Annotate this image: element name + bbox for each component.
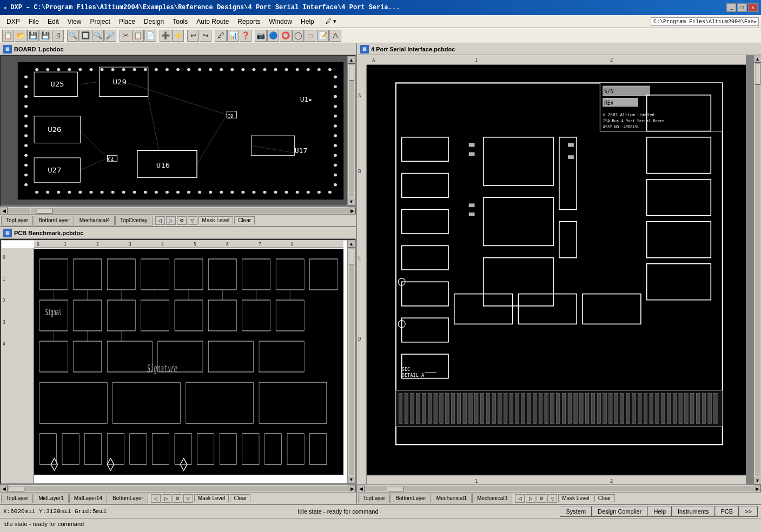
bench-midlayer1[interactable]: MidLayer1 — [34, 494, 69, 503]
menu-place[interactable]: Place — [115, 17, 140, 26]
toolbar-print[interactable]: 🖨 — [52, 30, 64, 42]
serial-tab[interactable]: ▤ 4 Port Serial Interface.pcbdoc — [357, 43, 761, 55]
right-vscroll-track[interactable] — [755, 63, 760, 476]
pcb-benchmark-tab[interactable]: ▤ PCB Benchmark.pcbdoc — [0, 227, 356, 239]
bench-toplayer[interactable]: TopLayer — [1, 494, 33, 503]
menu-autoroute[interactable]: Auto Route — [192, 17, 233, 26]
toolbar-chart[interactable]: 📊 — [227, 30, 239, 42]
board1-hscroll[interactable]: ◀ ▶ — [0, 207, 356, 214]
right-layer-filter[interactable]: ▽ — [547, 494, 557, 503]
menu-help[interactable]: Help — [296, 17, 319, 26]
right-vscroll-thumb[interactable] — [755, 63, 760, 85]
toolbar-save-all[interactable]: 💾 — [39, 30, 51, 42]
layer-topoverlay[interactable]: TopOverlay — [115, 216, 153, 225]
bench-layer-menu[interactable]: ⚙ — [173, 494, 182, 503]
right-vscroll-down[interactable]: ▼ — [754, 477, 762, 484]
hscroll-track[interactable] — [31, 208, 348, 214]
toolbar-pen[interactable]: 🖊 — [215, 30, 227, 42]
bench-hscroll-track[interactable] — [8, 486, 348, 491]
right-hscroll-track[interactable] — [388, 486, 753, 491]
layer-mech4[interactable]: Mechanical4 — [75, 216, 115, 225]
toolbar-copy[interactable]: 📋 — [132, 30, 144, 42]
layer-right-btn[interactable]: ▷ — [166, 216, 176, 225]
bench-bottomlayer[interactable]: BottomLayer — [108, 494, 148, 503]
board1-vscroll[interactable]: ▲ ▼ — [347, 56, 355, 205]
toolbar-zoom-out[interactable]: 🔎 — [104, 30, 116, 42]
toolbar-save[interactable]: 💾 — [27, 30, 39, 42]
minimize-button[interactable]: _ — [726, 3, 736, 12]
bench-layer-filter[interactable]: ▽ — [183, 494, 193, 503]
menu-design[interactable]: Design — [140, 17, 168, 26]
right-hscroll-right[interactable]: ▶ — [753, 485, 761, 493]
right-toplayer[interactable]: TopLayer — [358, 494, 390, 503]
right-bottomlayer[interactable]: BottomLayer — [391, 494, 431, 503]
maximize-button[interactable]: □ — [737, 3, 747, 12]
bench-hscroll-thumb[interactable] — [8, 486, 24, 491]
menu-view[interactable]: View — [63, 17, 86, 26]
right-mech3[interactable]: Mechanical3 — [472, 494, 512, 503]
bench-vscroll-up[interactable]: ▲ — [348, 240, 355, 248]
mask-level-btn-top[interactable]: Mask Level — [198, 216, 234, 224]
toolbar-move[interactable]: ⚡ — [172, 30, 184, 42]
toolbar-search[interactable]: 🔍 — [67, 30, 79, 42]
toolbar-undo[interactable]: ↩ — [187, 30, 199, 42]
hscroll-thumb[interactable] — [36, 208, 52, 214]
toolbar-font[interactable]: A — [329, 30, 341, 42]
instruments-btn[interactable]: Instruments — [672, 506, 714, 517]
hscroll-right[interactable]: ▶ — [348, 207, 356, 215]
menu-edit[interactable]: Edit — [43, 17, 63, 26]
toolbar-zoom-in[interactable]: 🔍 — [92, 30, 104, 42]
vscroll-up[interactable]: ▲ — [348, 56, 355, 64]
right-hscroll[interactable]: ◀ ▶ — [357, 484, 761, 492]
bench-hscroll[interactable]: ◀ ▶ — [0, 484, 356, 492]
toolbar-cross[interactable]: ➕ — [160, 30, 171, 42]
menu-dxp[interactable]: DXP — [2, 17, 24, 26]
bench-layer-right[interactable]: ▷ — [162, 494, 171, 503]
menu-reports[interactable]: Reports — [233, 17, 264, 26]
right-mech1[interactable]: Mechanical1 — [432, 494, 472, 503]
layer-filter-btn[interactable]: ▽ — [188, 216, 197, 225]
hscroll-left[interactable]: ◀ — [0, 207, 8, 215]
pcb-benchmark-canvas[interactable]: Signal Signature 0 1 2 3 — [0, 239, 356, 484]
close-button[interactable]: ✕ — [748, 3, 758, 12]
mask-level-btn-right[interactable]: Mask Level — [558, 494, 593, 502]
clear-btn-top[interactable]: Clear — [234, 216, 255, 224]
board1-tab[interactable]: ▤ BOARD 1.pcbdoc — [0, 43, 356, 55]
menu-file[interactable]: File — [24, 17, 43, 26]
bench-vscroll-track[interactable] — [349, 248, 354, 475]
toolbar-ring[interactable]: ◯ — [292, 30, 304, 42]
right-layer-left[interactable]: ◁ — [515, 494, 525, 503]
mask-level-btn-bench[interactable]: Mask Level — [194, 494, 229, 502]
clear-btn-bench[interactable]: Clear — [230, 494, 250, 502]
bench-vscroll[interactable]: ▲ ▼ — [347, 240, 355, 483]
layer-toplayer[interactable]: TopLayer — [1, 216, 33, 225]
toolbar-text-edit[interactable]: 📝 — [317, 30, 329, 42]
right-hscroll-left[interactable]: ◀ — [357, 485, 365, 493]
clear-btn-right[interactable]: Clear — [594, 494, 615, 502]
bench-vscroll-down[interactable]: ▼ — [348, 476, 355, 483]
right-vscroll[interactable]: ▲ ▼ — [753, 55, 761, 484]
more-btn[interactable]: >> — [739, 506, 758, 517]
layer-bottomlayer[interactable]: BottomLayer — [34, 216, 74, 225]
toolbar-circle[interactable]: 🔵 — [267, 30, 279, 42]
toolbar-cam[interactable]: 📷 — [255, 30, 267, 42]
toolbar-open[interactable]: 📂 — [15, 30, 27, 42]
board1-canvas[interactable]: U25 U29 U26 U27 U16 C4 C9 U1▸ U17 — [0, 55, 356, 207]
bench-hscroll-right[interactable]: ▶ — [348, 485, 356, 493]
pcb-right-canvas[interactable]: S/N REV © 2002 Altium Limited ISA Bus 4 … — [367, 65, 746, 475]
toolbar-zoom-fit[interactable]: 🔲 — [80, 30, 91, 42]
bench-midlayer14[interactable]: MidLayer14 — [69, 494, 107, 503]
layer-menu-btn[interactable]: ⚙ — [177, 216, 187, 225]
bench-hscroll-left[interactable]: ◀ — [0, 485, 8, 493]
help-btn[interactable]: Help — [647, 506, 672, 517]
vscroll-thumb[interactable] — [349, 64, 354, 81]
bench-vscroll-thumb[interactable] — [349, 248, 354, 264]
vscroll-track[interactable] — [349, 64, 354, 197]
vscroll-down[interactable]: ▼ — [348, 198, 355, 205]
toolbar-oval[interactable]: ⭕ — [280, 30, 292, 42]
right-hscroll-thumb[interactable] — [388, 486, 404, 491]
toolbar-cut[interactable]: ✂ — [120, 30, 131, 42]
layer-left-btn[interactable]: ◁ — [155, 216, 165, 225]
bench-layer-left[interactable]: ◁ — [151, 494, 161, 503]
design-compiler-btn[interactable]: Design Compiler — [592, 506, 647, 517]
